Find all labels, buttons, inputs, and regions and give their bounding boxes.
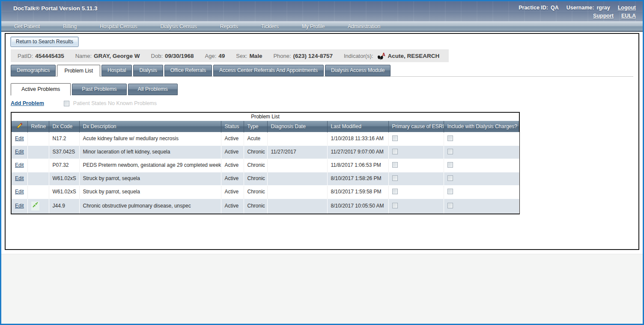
status-cell: Active bbox=[221, 145, 244, 159]
diagnosis-date-cell bbox=[267, 132, 327, 145]
svg-text:A: A bbox=[382, 52, 385, 57]
subtab-active-problems[interactable]: Active Problems bbox=[11, 83, 71, 96]
nav-dialysis-census[interactable]: Dialysis Census bbox=[160, 24, 197, 30]
primary-cause-esrd-checkbox[interactable] bbox=[392, 135, 398, 141]
include-dialysis-charges-checkbox[interactable] bbox=[447, 203, 453, 208]
dx-code-cell: J44.9 bbox=[49, 199, 79, 214]
table-row: EditW61.02xSStruck by parrot, sequelaAct… bbox=[12, 172, 519, 185]
content-area: Return to Search Results PatID:454445435… bbox=[1, 32, 643, 254]
type-cell: Chronic bbox=[244, 185, 267, 199]
primary-cause-esrd-checkbox[interactable] bbox=[392, 189, 398, 194]
col-dx-code: Dx Code bbox=[49, 121, 79, 132]
refine-icon[interactable] bbox=[31, 202, 39, 211]
tab-dialysis[interactable]: Dialysis bbox=[133, 65, 163, 76]
session-line1: Practice ID:QAUsername:rgrayLogout bbox=[516, 4, 636, 12]
edit-link[interactable]: Edit bbox=[15, 162, 24, 168]
session-line2: SupportEULA bbox=[516, 12, 636, 20]
status-cell: Active bbox=[221, 199, 244, 214]
problem-actions-row: Add Problem Patient States No Known Prob… bbox=[11, 99, 633, 107]
table-row: EditJ44.9Chronic obstructive pulmonary d… bbox=[12, 199, 519, 214]
primary-cause-esrd-checkbox[interactable] bbox=[392, 149, 398, 154]
dob-label: Dob: bbox=[151, 53, 163, 59]
dx-code-cell: S37.042S bbox=[49, 145, 79, 159]
col-dx-description: Dx Description bbox=[79, 121, 221, 132]
edit-column-header bbox=[12, 121, 27, 132]
patient-tabs: Demographics Problem List Hospital Dialy… bbox=[11, 65, 633, 77]
nav-reports[interactable]: Reports bbox=[220, 24, 238, 30]
dx-description-cell: Minor laceration of left kidney, sequela bbox=[79, 145, 221, 159]
table-row: EditN17.2Acute kidney failure w/ medulla… bbox=[12, 132, 519, 145]
status-cell: Active bbox=[221, 172, 244, 185]
name-label: Name: bbox=[75, 53, 92, 59]
age-label: Age: bbox=[205, 53, 217, 59]
phone-value: (623) 124-8757 bbox=[293, 53, 333, 59]
last-modified-cell: 1/10/2018 11:33:16 AM bbox=[327, 132, 388, 145]
problem-list-table: Problem List bbox=[11, 112, 520, 214]
subtab-all-problems[interactable]: All Problems bbox=[128, 84, 178, 95]
primary-cause-esrd-checkbox[interactable] bbox=[392, 175, 398, 181]
diagnosis-date-cell: 11/27/2017 bbox=[267, 145, 327, 159]
tab-office-referrals[interactable]: Office Referrals bbox=[164, 65, 212, 76]
primary-cause-esrd-checkbox[interactable] bbox=[392, 203, 398, 208]
col-include-dialysis-charges: Include with Dialysis Charges? bbox=[444, 121, 519, 132]
include-dialysis-charges-checkbox[interactable] bbox=[447, 162, 453, 168]
nav-ticklers[interactable]: Ticklers bbox=[261, 24, 279, 30]
nav-get-patient[interactable]: Get Patient bbox=[14, 24, 40, 30]
main-panel: Return to Search Results PatID:454445435… bbox=[5, 33, 639, 250]
last-modified-cell: 8/10/2017 1:59:58 PM bbox=[327, 185, 388, 199]
status-cell: Active bbox=[221, 185, 244, 199]
tab-demographics[interactable]: Demographics bbox=[11, 65, 56, 76]
tab-problem-list[interactable]: Problem List bbox=[57, 65, 100, 77]
type-cell: Acute bbox=[244, 132, 267, 145]
primary-cause-esrd-checkbox[interactable] bbox=[392, 162, 398, 168]
col-refine: Refine bbox=[27, 121, 49, 132]
tab-access-center-referrals[interactable]: Access Center Referrals And Appointments bbox=[213, 65, 324, 76]
type-cell: Chronic bbox=[244, 159, 267, 172]
tab-dialysis-access-module[interactable]: Dialysis Access Module bbox=[325, 65, 391, 76]
practice-id-label: Practice ID: bbox=[519, 5, 548, 11]
col-primary-cause-esrd: Primary cause of ESRD bbox=[388, 121, 444, 132]
pencil-icon bbox=[16, 124, 23, 130]
add-problem-link[interactable]: Add Problem bbox=[11, 100, 44, 106]
diagnosis-date-cell bbox=[267, 159, 327, 172]
indicators-label: Indicator(s): bbox=[344, 53, 373, 59]
include-dialysis-charges-checkbox[interactable] bbox=[447, 149, 453, 154]
subtab-past-problems[interactable]: Past Problems bbox=[72, 84, 126, 95]
col-last-modified: Last Modified bbox=[327, 121, 388, 132]
nav-my-profile[interactable]: My Profile bbox=[302, 24, 325, 30]
patient-summary-bar: PatID:454445435 Name:GRAY, George W Dob:… bbox=[11, 49, 449, 62]
include-dialysis-charges-checkbox[interactable] bbox=[447, 175, 453, 181]
page-footer-area bbox=[1, 254, 643, 324]
main-nav: Get Patient Billing Hospital Census Dial… bbox=[1, 21, 643, 32]
logout-link[interactable]: Logout bbox=[618, 5, 636, 11]
name-value: GRAY, George W bbox=[94, 53, 140, 59]
edit-link[interactable]: Edit bbox=[15, 175, 24, 181]
dx-description-cell: Chronic obstructive pulmonary disease, u… bbox=[79, 199, 221, 214]
edit-link[interactable]: Edit bbox=[15, 149, 24, 155]
support-link[interactable]: Support bbox=[593, 13, 614, 19]
nav-billing[interactable]: Billing bbox=[63, 24, 77, 30]
nav-administration[interactable]: Administration bbox=[348, 24, 380, 30]
edit-link[interactable]: Edit bbox=[15, 203, 24, 209]
dx-description-cell: PEDS Preterm newborn, gestational age 29… bbox=[79, 159, 221, 172]
tab-hospital[interactable]: Hospital bbox=[101, 65, 132, 76]
include-dialysis-charges-checkbox[interactable] bbox=[447, 189, 453, 194]
last-modified-cell: 11/8/2017 1:06:53 PM bbox=[327, 159, 388, 172]
return-to-search-button[interactable]: Return to Search Results bbox=[11, 37, 78, 47]
dob-value: 09/30/1968 bbox=[165, 53, 194, 59]
eula-link[interactable]: EULA bbox=[621, 13, 636, 19]
table-row: EditS37.042SMinor laceration of left kid… bbox=[12, 145, 519, 159]
status-cell: Active bbox=[221, 159, 244, 172]
diagnosis-date-cell bbox=[267, 199, 327, 214]
dx-code-cell: N17.2 bbox=[49, 132, 79, 145]
edit-link[interactable]: Edit bbox=[15, 135, 24, 141]
username-value: rgray bbox=[596, 5, 610, 11]
username-label: Username: bbox=[566, 5, 594, 11]
edit-link[interactable]: Edit bbox=[15, 189, 24, 195]
session-info: Practice ID:QAUsername:rgrayLogout Suppo… bbox=[516, 1, 636, 21]
last-modified-cell: 11/27/2017 9:07:00 AM bbox=[327, 145, 388, 159]
nav-hospital-census[interactable]: Hospital Census bbox=[100, 24, 137, 30]
include-dialysis-charges-checkbox[interactable] bbox=[447, 135, 453, 141]
patid-label: PatID: bbox=[18, 53, 33, 59]
dx-description-cell: Struck by parrot, sequela bbox=[79, 172, 221, 185]
